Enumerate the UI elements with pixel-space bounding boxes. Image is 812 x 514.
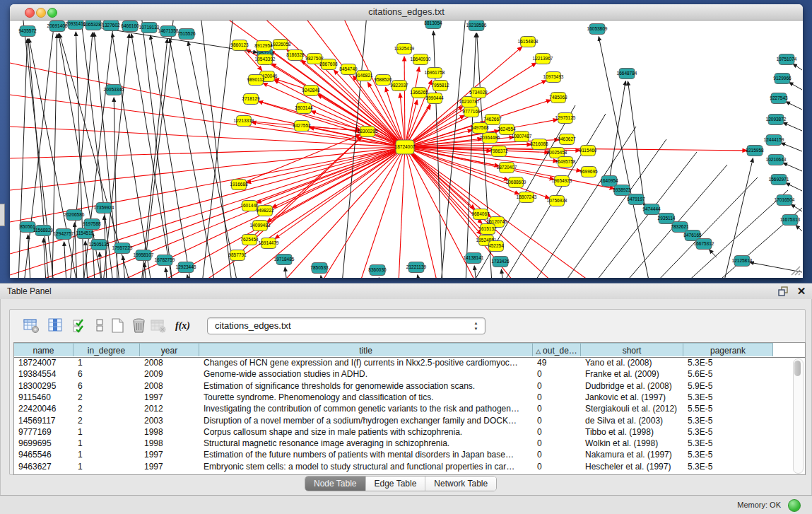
delete-column-icon[interactable] [130, 317, 148, 335]
column-header-out_de[interactable]: △out_de… [533, 343, 581, 356]
table-row[interactable]: 946554611997Estimation of the future num… [14, 449, 792, 460]
network-node[interactable]: 17359924 [94, 203, 114, 214]
network-node[interactable]: 7955812 [431, 81, 449, 91]
network-node[interactable]: 20206586 [64, 210, 85, 221]
tab-edge-table[interactable]: Edge Table [366, 477, 426, 491]
network-node[interactable]: 9242848 [302, 86, 320, 96]
table-row[interactable]: 969969511998Structural magnetic resonanc… [14, 438, 792, 449]
network-node[interactable]: 20053346 [104, 85, 124, 95]
network-node[interactable]: 10719133 [139, 23, 160, 33]
table-row[interactable]: 2242004622012Investigating the contribut… [14, 403, 792, 414]
network-edge[interactable] [501, 269, 503, 278]
network-edge[interactable] [789, 82, 802, 90]
network-node[interactable]: 9857791 [228, 250, 247, 261]
network-node[interactable]: 8938923 [613, 185, 631, 196]
network-node[interactable]: 8216088 [530, 139, 548, 150]
scrollbar-thumb[interactable] [794, 361, 801, 376]
network-node[interactable]: 5734028 [469, 88, 488, 98]
network-edge[interactable] [64, 242, 66, 278]
column-header-pagerank[interactable]: pagerank [683, 343, 773, 356]
create-column-icon[interactable] [109, 317, 127, 335]
network-node[interactable]: 12975125 [555, 113, 576, 124]
network-edge[interactable] [793, 64, 802, 70]
network-node[interactable]: 10210643 [766, 155, 787, 165]
network-edge[interactable] [317, 95, 405, 147]
network-node[interactable]: 9684067 [471, 209, 490, 220]
network-node[interactable]: 9129966 [773, 74, 792, 84]
column-header-year[interactable]: year [140, 343, 199, 356]
network-node[interactable]: 10688609 [506, 177, 526, 188]
network-node[interactable]: 2803144 [295, 103, 313, 114]
network-node[interactable]: 16914479 [259, 238, 279, 249]
network-node[interactable]: 9588520 [374, 75, 392, 86]
network-node[interactable]: 11568829 [33, 226, 54, 236]
network-node[interactable]: 14099483 [250, 221, 271, 231]
network-node[interactable]: 9822037 [390, 81, 408, 91]
network-node[interactable]: 10807487 [512, 132, 532, 142]
network-node[interactable]: 7986372 [490, 146, 508, 157]
table-row[interactable]: 1830029562008Estimation of significance … [14, 380, 792, 392]
network-node[interactable]: 1640954 [600, 176, 618, 187]
network-node[interactable]: 9860123 [230, 40, 249, 51]
network-node[interactable]: 16648784 [617, 69, 637, 79]
table-selector[interactable]: citations_edges.txt ▲▼ [207, 317, 486, 334]
network-node[interactable]: 16675312 [694, 239, 714, 250]
network-node[interactable]: 16961758 [425, 68, 445, 78]
network-node[interactable]: 8186328 [286, 50, 305, 61]
network-node[interactable]: 20364486 [480, 133, 500, 144]
network-node[interactable]: 9146821 [355, 71, 373, 81]
column-header-in_degree[interactable]: in_degree [73, 343, 140, 356]
table-row[interactable]: 911546021997Tourette syndrome. Phenomeno… [14, 392, 792, 403]
network-edge[interactable] [791, 204, 802, 211]
network-node[interactable]: 8427552 [293, 121, 311, 132]
network-node[interactable]: 18724007 [395, 140, 416, 154]
network-node[interactable]: 12923448 [176, 262, 196, 273]
network-edge[interactable] [165, 268, 167, 278]
deselect-rows-icon[interactable] [90, 317, 109, 335]
network-canvas[interactable]: 1872400794355722069140620931416106532871… [10, 21, 803, 278]
network-node[interactable]: 14671358 [158, 26, 179, 37]
network-edge[interactable] [188, 42, 237, 278]
network-edge[interactable] [786, 102, 802, 110]
network-edge[interactable] [76, 32, 84, 278]
network-node[interactable]: 10756928 [547, 196, 567, 206]
network-node[interactable]: 10543392 [255, 54, 276, 65]
network-node[interactable]: 1916688 [230, 180, 248, 190]
show-columns-icon[interactable] [47, 317, 65, 335]
network-node[interactable]: 9115460 [579, 146, 597, 156]
network-node[interactable]: 14138141 [464, 253, 484, 264]
network-node[interactable]: 11325419 [394, 44, 415, 54]
column-header-short[interactable]: short [581, 343, 683, 356]
network-edge[interactable] [151, 35, 191, 278]
network-edge[interactable] [187, 275, 189, 278]
network-node[interactable]: 18640910 [411, 54, 431, 65]
network-node[interactable]: 16154808 [518, 37, 539, 47]
network-node[interactable]: 1733426 [491, 257, 510, 267]
network-node[interactable]: 11675313 [780, 215, 801, 226]
network-node[interactable]: 18300295 [358, 127, 378, 137]
network-node[interactable]: 9474444 [642, 204, 661, 215]
network-node[interactable]: 2718129 [242, 94, 260, 105]
network-edge[interactable] [399, 147, 405, 278]
network-edge[interactable] [418, 275, 419, 278]
close-panel-icon[interactable]: ✕ [796, 286, 807, 297]
network-edge[interactable] [783, 122, 802, 131]
network-node[interactable]: 12213967 [533, 54, 553, 64]
network-node[interactable]: 18807243 [517, 192, 537, 203]
network-node[interactable]: 9498222 [256, 206, 274, 216]
network-node[interactable]: 9227543 [770, 93, 788, 104]
network-edge[interactable] [285, 267, 287, 278]
network-node[interactable]: 10973493 [543, 72, 564, 83]
column-header-name[interactable]: name [14, 343, 73, 356]
network-node[interactable]: 17016504 [775, 195, 795, 206]
network-node[interactable]: 12125814 [732, 256, 753, 267]
network-window[interactable]: citations_edges.txt 18724007943557220691… [10, 4, 803, 278]
table-row[interactable]: 1456911722003Disruption of a novel membe… [14, 415, 792, 426]
network-node[interactable]: 7850533 [310, 263, 329, 274]
network-edge[interactable] [609, 81, 625, 181]
table-row[interactable]: 977716911998Corpus callosum shape and si… [14, 426, 792, 438]
network-node[interactable]: 3624554 [498, 124, 516, 135]
network-node[interactable]: 19226058 [271, 40, 291, 50]
network-node[interactable]: 6497568 [471, 123, 489, 134]
network-node[interactable]: 12444159 [764, 135, 784, 146]
